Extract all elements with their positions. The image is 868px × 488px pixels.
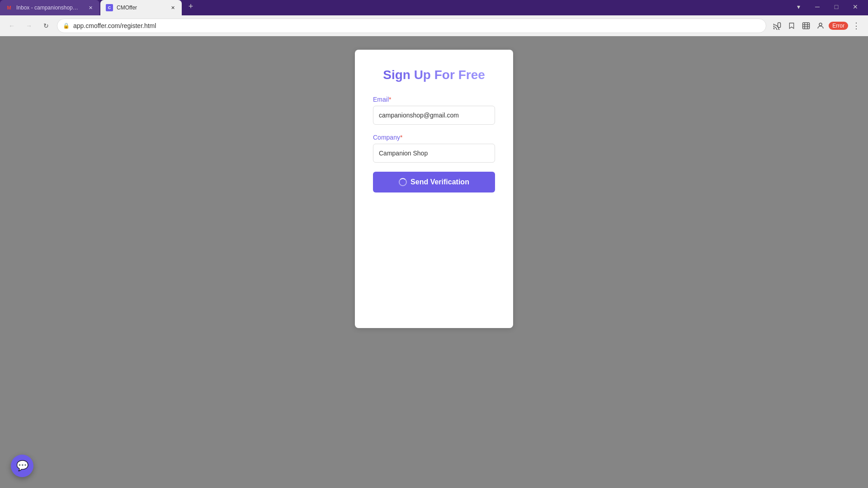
tab-cmoffer[interactable]: C CMOffer ✕ [100, 0, 182, 15]
minimize-button[interactable]: ─ [808, 0, 826, 13]
user-profile-icon[interactable] [814, 19, 827, 32]
gmail-favicon-icon: M [5, 4, 13, 11]
url-text: app.cmoffer.com/register.html [73, 22, 760, 29]
bookmark-icon[interactable] [785, 19, 798, 32]
tab-gmail-close-icon[interactable]: ✕ [87, 4, 94, 11]
forward-button[interactable]: → [23, 19, 35, 32]
tab-bar: M Inbox - campanionshop@gmail. ✕ C CMOff… [0, 0, 868, 15]
back-button[interactable]: ← [5, 19, 18, 32]
close-button[interactable]: ✕ [846, 0, 864, 13]
cmoffer-favicon-icon: C [106, 4, 113, 11]
tab-gmail-label: Inbox - campanionshop@gmail. [16, 5, 83, 11]
new-tab-button[interactable]: + [184, 0, 197, 13]
browser-chrome: M Inbox - campanionshop@gmail. ✕ C CMOff… [0, 0, 868, 36]
email-input[interactable] [373, 106, 495, 125]
page-content: Sign Up For Free Email* Company* Send Ve… [0, 36, 868, 485]
profile-icon[interactable] [800, 19, 812, 32]
svg-rect-0 [778, 23, 781, 28]
email-label: Email* [373, 96, 495, 103]
address-bar: ← → ↻ 🔒 app.cmoffer.com/register.html [0, 15, 868, 36]
error-badge[interactable]: Error [829, 22, 848, 30]
tab-cmoffer-close-icon[interactable]: ✕ [169, 4, 176, 11]
register-card: Sign Up For Free Email* Company* Send Ve… [355, 50, 513, 328]
url-bar[interactable]: 🔒 app.cmoffer.com/register.html [57, 19, 766, 33]
tab-cmoffer-label: CMOffer [117, 5, 165, 11]
svg-point-2 [819, 23, 822, 26]
company-label: Company* [373, 134, 495, 141]
tab-gmail[interactable]: M Inbox - campanionshop@gmail. ✕ [0, 0, 99, 15]
chat-icon: 💬 [16, 460, 28, 472]
window-controls: ▾ ─ □ ✕ [789, 0, 868, 15]
refresh-button[interactable]: ↻ [40, 19, 52, 32]
company-form-group: Company* [373, 134, 495, 163]
spinner-icon [399, 178, 407, 186]
company-input[interactable] [373, 144, 495, 163]
maximize-button[interactable]: □ [827, 0, 845, 13]
send-verification-button[interactable]: Send Verification [373, 172, 495, 192]
chevron-down-icon[interactable]: ▾ [789, 0, 807, 13]
address-bar-actions: Error ⋮ [771, 19, 863, 32]
svg-rect-1 [803, 23, 810, 29]
chat-bubble-button[interactable]: 💬 [11, 455, 33, 477]
cast-icon[interactable] [771, 19, 783, 32]
email-form-group: Email* [373, 96, 495, 125]
submit-button-label: Send Verification [410, 178, 469, 186]
page-title: Sign Up For Free [373, 68, 495, 82]
menu-icon[interactable]: ⋮ [850, 19, 863, 32]
lock-icon: 🔒 [63, 23, 70, 29]
